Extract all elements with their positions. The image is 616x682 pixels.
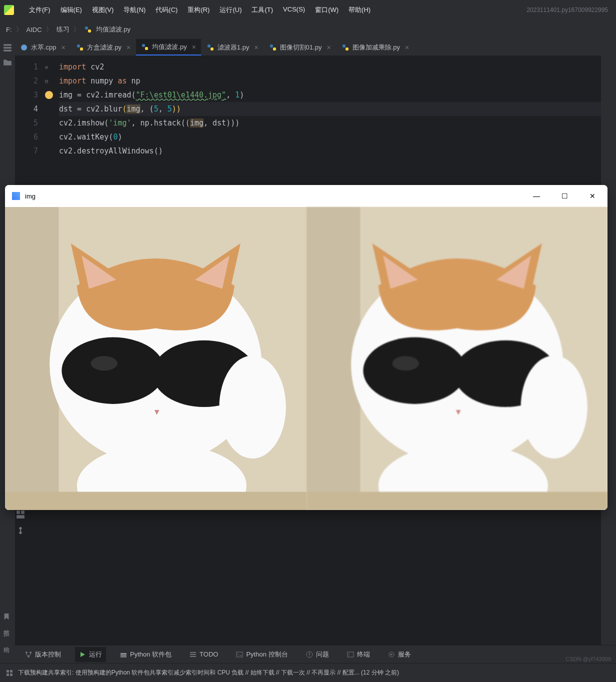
svg-point-48 (30, 652, 32, 654)
bottom-tool-tabs: 版本控制 运行 Python 软件包 TODO Python 控制台 问题 终端… (15, 645, 616, 663)
menu-help[interactable]: 帮助(H) (344, 2, 376, 18)
menu-run[interactable]: 运行(U) (214, 2, 246, 18)
svg-rect-23 (4, 636, 5, 637)
svg-rect-36 (5, 492, 306, 510)
menu-view[interactable]: 视图(V) (87, 2, 118, 18)
menu-navigate[interactable]: 导航(N) (118, 2, 150, 18)
close-icon[interactable]: × (254, 44, 258, 52)
maximize-icon[interactable]: ☐ (556, 192, 572, 200)
line-number: 5 (15, 116, 38, 130)
layout-icon[interactable] (16, 510, 25, 519)
btab-terminal[interactable]: 终端 (343, 647, 374, 662)
breadcrumb-item[interactable]: 练习 (56, 25, 70, 34)
tab-label: 均值滤波.py (152, 42, 186, 52)
line-number: 1 (15, 60, 38, 74)
tab-py3[interactable]: 滤波器1.py× (202, 39, 264, 56)
svg-point-30 (62, 338, 164, 404)
editor-tabs: 水萃.cpp× 方盒滤波.py× 均值滤波.py× 滤波器1.py× 图像切割0… (15, 39, 601, 56)
svg-rect-53 (190, 654, 196, 655)
python-file-icon (206, 44, 214, 52)
pin-icon[interactable] (16, 526, 25, 535)
python-file-icon (342, 44, 350, 52)
tab-py5[interactable]: 图像加减乘除.py× (336, 39, 415, 56)
branch-icon (25, 651, 32, 658)
svg-rect-2 (4, 44, 12, 46)
breadcrumb-item[interactable]: AIDC (26, 26, 42, 34)
svg-rect-11 (210, 48, 214, 50)
breadcrumb-file[interactable]: 均值滤波.py (96, 25, 130, 34)
tab-label: 方盒滤波.py (87, 43, 122, 52)
line-number: 3 (15, 88, 38, 102)
btab-vcs[interactable]: 版本控制 (21, 647, 65, 662)
svg-rect-42 (454, 362, 472, 372)
btab-console[interactable]: Python 控制台 (232, 647, 292, 662)
menu-vcs[interactable]: VCS(S) (278, 2, 310, 18)
fold-open-icon[interactable]: ⊖ (43, 60, 50, 74)
bookmark-icon[interactable] (3, 613, 10, 620)
chevron-right-icon: 〉 (16, 25, 22, 34)
svg-rect-9 (145, 47, 148, 50)
pycharm-logo-icon (4, 5, 14, 15)
structure-icon[interactable] (3, 630, 10, 637)
run-tool-icons (16, 510, 25, 535)
close-icon[interactable]: × (326, 44, 330, 52)
btab-label: 问题 (316, 650, 329, 659)
menu-file[interactable]: 文件(F) (24, 2, 56, 18)
svg-rect-64 (10, 674, 12, 676)
svg-rect-61 (6, 670, 9, 672)
folder-icon[interactable] (3, 58, 12, 67)
warning-icon (306, 651, 313, 658)
line-number-active: 4 (15, 102, 38, 116)
svg-point-47 (26, 652, 28, 654)
windows-icon[interactable] (6, 670, 13, 676)
tab-label: 水萃.cpp (31, 43, 56, 52)
tab-cpp[interactable]: 水萃.cpp× (15, 39, 71, 56)
svg-rect-24 (6, 632, 9, 632)
minimize-icon[interactable]: — (528, 192, 544, 200)
btab-packages[interactable]: Python 软件包 (116, 647, 176, 662)
package-icon (120, 651, 127, 658)
svg-rect-21 (4, 631, 5, 632)
intention-bulb-icon[interactable] (45, 91, 53, 99)
btab-todo[interactable]: TODO (186, 648, 222, 661)
project-tool-icon[interactable] (3, 43, 12, 52)
line-number: 7 (15, 144, 38, 158)
tab-label: 滤波器1.py (218, 43, 250, 52)
close-icon[interactable]: × (405, 44, 409, 52)
menu-window[interactable]: 窗口(W) (310, 2, 344, 18)
watermark: CSDN @yf743909 (566, 656, 611, 662)
python-file-icon (141, 43, 149, 51)
cvwin-body (5, 207, 608, 510)
svg-rect-15 (346, 48, 348, 50)
cvwin-titlebar[interactable]: img — ☐ ✕ (5, 185, 608, 207)
tab-py2-active[interactable]: 均值滤波.py× (136, 39, 202, 56)
play-icon (79, 651, 86, 658)
btab-services[interactable]: 服务 (384, 647, 415, 662)
menu-code[interactable]: 代码(C) (150, 2, 182, 18)
tab-label: 图像加减乘除.py (352, 43, 400, 52)
breadcrumb-root[interactable]: F: (6, 26, 12, 34)
close-icon[interactable]: ✕ (584, 192, 600, 200)
close-icon[interactable]: × (126, 44, 130, 52)
chevron-right-icon: 〉 (74, 25, 80, 34)
svg-rect-4 (4, 50, 12, 52)
svg-rect-3 (4, 47, 12, 48)
svg-point-44 (520, 356, 587, 458)
svg-rect-17 (21, 510, 24, 514)
svg-point-34 (220, 356, 286, 458)
tab-py4[interactable]: 图像切割01.py× (264, 39, 336, 56)
services-icon (388, 651, 395, 658)
svg-point-33 (91, 356, 118, 370)
left-vertical-tabs: 书签 结构 (2, 613, 10, 642)
tab-py1[interactable]: 方盒滤波.py× (71, 39, 136, 56)
menu-refactor[interactable]: 重构(R) (182, 2, 214, 18)
fold-close-icon[interactable]: ⊟ (43, 74, 50, 88)
close-icon[interactable]: × (62, 44, 66, 52)
menu-edit[interactable]: 编辑(E) (56, 2, 87, 18)
console-icon (236, 651, 243, 658)
btab-run[interactable]: 运行 (75, 647, 106, 662)
btab-problems[interactable]: 问题 (302, 647, 333, 662)
close-icon[interactable]: × (192, 43, 196, 51)
status-message[interactable]: 下载预构建共享索引: 使用预构建的Python 软件包共享索引减少索引时间和 C… (18, 668, 399, 677)
menu-tools[interactable]: 工具(T) (246, 2, 278, 18)
